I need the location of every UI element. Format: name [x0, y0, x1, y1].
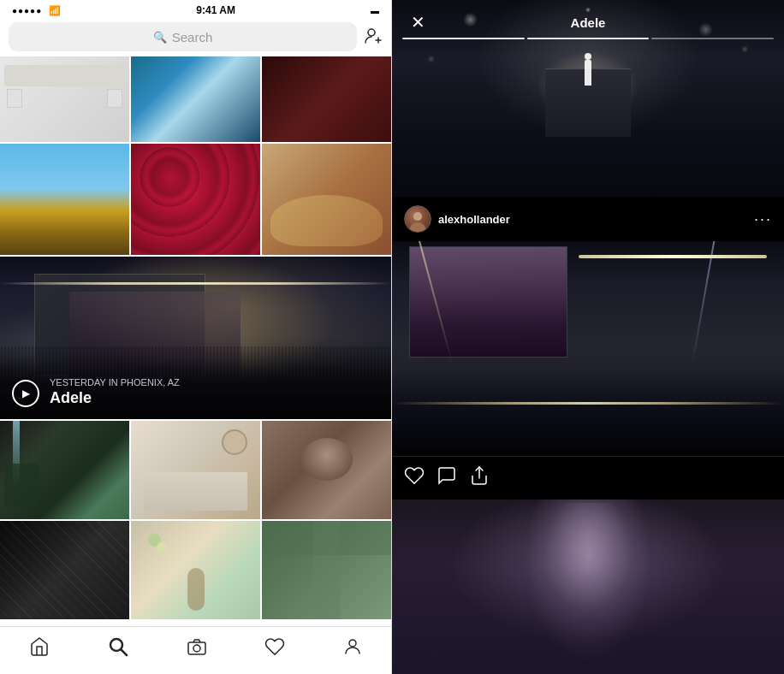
- add-friend-icon: [364, 27, 383, 45]
- signal-dots: ●●●●●: [12, 6, 42, 15]
- grid-row-1: [0, 56, 391, 142]
- battery-area: ▬: [371, 6, 379, 15]
- grid-cell-cat[interactable]: [262, 421, 391, 519]
- grid-cell-roses[interactable]: [131, 144, 260, 255]
- more-options-button[interactable]: ···: [754, 210, 772, 228]
- share-button[interactable]: [469, 465, 490, 491]
- nav-camera[interactable]: [180, 633, 214, 665]
- grid-cell-ocean[interactable]: [131, 56, 260, 142]
- featured-meta: YESTERDAY IN PHOENIX, AZ: [50, 377, 180, 387]
- story-bottom-image: [392, 494, 784, 674]
- author-name: alexhollander: [438, 213, 510, 226]
- story-progress: [402, 38, 774, 39]
- right-panel: ✕ Adele alexhollander ···: [392, 0, 784, 674]
- grid-cell-selfie[interactable]: [262, 144, 391, 255]
- search-placeholder: Search: [172, 30, 213, 44]
- search-bar-row: 🔍 Search: [0, 19, 391, 56]
- battery-icon: ▬: [371, 6, 379, 15]
- story-title: Adele: [571, 15, 606, 30]
- featured-title: Adele: [50, 389, 180, 407]
- author-avatar: [404, 205, 431, 233]
- close-button[interactable]: ✕: [406, 10, 430, 34]
- comment-button[interactable]: [437, 465, 457, 491]
- svg-point-4: [193, 645, 200, 652]
- nav-heart[interactable]: [258, 633, 292, 665]
- svg-point-7: [410, 222, 425, 232]
- nav-profile[interactable]: [336, 633, 370, 665]
- featured-overlay: ▶ YESTERDAY IN PHOENIX, AZ Adele: [0, 360, 391, 419]
- action-row: [392, 456, 784, 500]
- grid-cell-sky[interactable]: [0, 144, 129, 255]
- grid-row-3: [0, 421, 391, 519]
- svg-point-5: [349, 640, 356, 647]
- clock: 9:41 AM: [196, 4, 235, 16]
- add-friend-button[interactable]: [364, 27, 383, 48]
- grid-cell-dark[interactable]: [262, 56, 391, 142]
- status-bar: ●●●●● 📶 9:41 AM ▬: [0, 0, 391, 19]
- svg-point-6: [413, 212, 422, 221]
- grid-cell-street[interactable]: [262, 521, 391, 619]
- progress-seg-2: [527, 38, 650, 39]
- like-button[interactable]: [404, 465, 425, 491]
- search-bar[interactable]: 🔍 Search: [9, 22, 357, 51]
- grid-cell-flowers-girl[interactable]: [131, 521, 260, 619]
- author-left: alexhollander: [404, 205, 510, 233]
- progress-seg-3: [651, 38, 774, 39]
- wifi-icon: 📶: [49, 5, 61, 16]
- progress-seg-1: [402, 38, 525, 39]
- featured-video-row[interactable]: ▶ YESTERDAY IN PHOENIX, AZ Adele: [0, 257, 391, 419]
- grid-cell-waterfall[interactable]: [0, 421, 129, 519]
- grid-cell-table[interactable]: [0, 56, 129, 142]
- search-icon: 🔍: [153, 31, 167, 44]
- grid-row-4: [0, 521, 391, 619]
- post-author-row: alexhollander ···: [392, 197, 784, 241]
- grid-cell-architecture[interactable]: [0, 521, 129, 619]
- concert-main-image: [392, 238, 784, 456]
- svg-line-2: [121, 649, 127, 655]
- svg-point-0: [368, 29, 375, 36]
- signal-area: ●●●●● 📶: [12, 5, 61, 16]
- bottom-nav: [0, 626, 391, 674]
- nav-home[interactable]: [22, 633, 56, 665]
- svg-rect-3: [188, 642, 205, 654]
- nav-search[interactable]: [100, 632, 136, 666]
- grid-cell-bedroom[interactable]: [131, 421, 260, 519]
- left-panel: ●●●●● 📶 9:41 AM ▬ 🔍 Search: [0, 0, 392, 674]
- photo-grid: ▶ YESTERDAY IN PHOENIX, AZ Adele: [0, 56, 391, 626]
- grid-row-2: [0, 144, 391, 255]
- play-button[interactable]: ▶: [12, 380, 39, 407]
